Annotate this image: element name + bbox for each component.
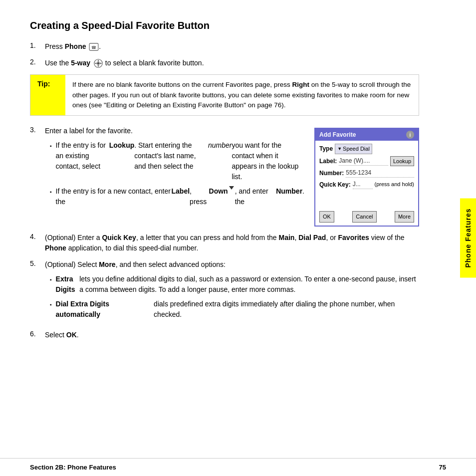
step-6: 6. Select OK.	[30, 330, 419, 340]
dialog-info-icon: i	[406, 131, 414, 139]
dialog-title: Add Favorite	[319, 130, 356, 139]
dialog-quickkey-label: Quick Key:	[319, 180, 351, 189]
step-4: 4. (Optional) Enter a Quick Key, a lette…	[30, 233, 419, 253]
dialog-number-label: Number:	[319, 169, 344, 178]
dialog-quickkey-value: J...	[353, 180, 373, 189]
side-tab: Phone Features	[460, 198, 476, 277]
type-value: Speed Dial	[343, 145, 370, 153]
step-2-number: 2.	[30, 58, 45, 66]
dialog-quickkey-row: Quick Key: J... (press and hold)	[319, 180, 414, 189]
step-3-text-block: Enter a label for the favorite. If the e…	[45, 126, 304, 211]
tip-text: If there are no blank favorite buttons o…	[65, 75, 419, 115]
step-5-bullet-2: Dial Extra Digits automatically dials pr…	[50, 299, 419, 320]
down-arrow-icon	[229, 186, 234, 190]
step-2-bold: 5-way	[71, 59, 90, 67]
dialog-cancel-button[interactable]: Cancel	[352, 211, 376, 223]
svg-marker-4	[97, 60, 99, 62]
step-5-bullets: Extra Digits lets you define additional …	[50, 274, 419, 320]
dialog-more-button[interactable]: More	[395, 211, 414, 223]
add-favorite-dialog: Add Favorite i Type ▼ Speed Dial Labe	[314, 128, 419, 227]
tip-box: Tip: If there are no blank favorite butt…	[30, 74, 419, 116]
step-3-content: Enter a label for the favorite. If the e…	[45, 126, 419, 227]
svg-marker-6	[95, 62, 97, 64]
phone-icon: ☎	[89, 43, 99, 51]
step-3-bullets: If the entry is for an existing contact,…	[50, 140, 304, 207]
dialog-type-row: Type ▼ Speed Dial	[319, 144, 414, 154]
step-1: 1. Press Phone ☎ .	[30, 41, 419, 52]
step-3: 3. Enter a label for the favorite. If th…	[30, 126, 419, 227]
dialog-label-row: Label: Jane (W).... Lookup	[319, 156, 414, 167]
footer-right: 75	[439, 464, 446, 471]
step-3-bullet-1: If the entry is for an existing contact,…	[50, 140, 304, 182]
svg-marker-7	[100, 62, 102, 64]
step-2-text-before: Use the	[45, 59, 71, 67]
step-2: 2. Use the 5-way to select a blank favor…	[30, 58, 419, 68]
svg-text:☎: ☎	[91, 45, 96, 50]
dialog-number-row: Number: 555-1234	[319, 168, 414, 178]
dialog-ok-button[interactable]: OK	[319, 211, 334, 223]
step-5-number: 5.	[30, 259, 45, 267]
dropdown-arrow-icon: ▼	[337, 146, 342, 153]
dialog-label-value: Jane (W)....	[339, 156, 388, 166]
svg-point-3	[97, 62, 99, 65]
step-1-content: Press Phone ☎ .	[45, 41, 419, 52]
footer-left: Section 2B: Phone Features	[30, 464, 116, 471]
step-5-content: (Optional) Select More, and then select …	[45, 259, 419, 324]
dialog-body: Type ▼ Speed Dial Label: Jane (W).... Lo…	[315, 141, 418, 209]
page-title: Creating a Speed-Dial Favorite Button	[30, 20, 419, 31]
step-2-content: Use the 5-way to select a blank favorite…	[45, 58, 419, 68]
dialog-label-label: Label:	[319, 157, 337, 166]
step-4-number: 4.	[30, 233, 45, 240]
lookup-button[interactable]: Lookup	[390, 156, 414, 167]
step-3-bullet-2: If the entry is for a new contact, enter…	[50, 186, 304, 207]
step-1-number: 1.	[30, 41, 45, 49]
step-1-bold: Phone	[65, 42, 86, 50]
step-3-number: 3.	[30, 126, 45, 134]
fiveway-icon	[93, 58, 103, 68]
dialog-number-value: 555-1234	[346, 168, 414, 178]
step-2-text-after: to select a blank favorite button.	[105, 59, 204, 67]
dialog-type-label: Type	[319, 144, 333, 153]
step-6-content: Select OK.	[45, 330, 419, 340]
step-4-content: (Optional) Enter a Quick Key, a letter t…	[45, 233, 419, 253]
footer-bar: Section 2B: Phone Features 75	[0, 458, 476, 476]
step-3-main-text: Enter a label for the favorite.	[45, 127, 133, 135]
type-dropdown[interactable]: ▼ Speed Dial	[335, 144, 372, 154]
step-5: 5. (Optional) Select More, and then sele…	[30, 259, 419, 324]
dialog-footer: OK Cancel More	[315, 209, 418, 226]
step-5-bullet-1: Extra Digits lets you define additional …	[50, 274, 419, 295]
tip-label: Tip:	[30, 75, 65, 115]
step-1-text-before: Press	[45, 42, 65, 50]
svg-marker-5	[97, 65, 99, 67]
dialog-title-bar: Add Favorite i	[315, 129, 418, 141]
step-6-number: 6.	[30, 330, 45, 338]
dialog-quickkey-hint: (press and hold)	[375, 180, 415, 189]
